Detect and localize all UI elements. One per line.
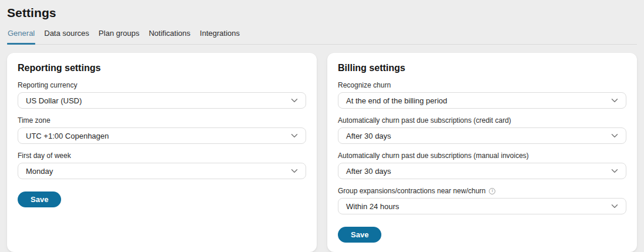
recognize-churn-field: Recognize churn At the end of the billin… <box>338 81 626 109</box>
chevron-down-icon <box>291 133 298 138</box>
churn-credit-card-field: Automatically churn past due subscriptio… <box>338 116 626 144</box>
settings-page: Settings General Data sources Plan group… <box>0 0 644 252</box>
churn-manual-invoices-label: Automatically churn past due subscriptio… <box>338 152 626 160</box>
tab-integrations[interactable]: Integrations <box>199 26 240 44</box>
billing-settings-title: Billing settings <box>338 63 626 73</box>
churn-credit-card-select[interactable]: After 30 days <box>338 127 626 144</box>
chevron-down-icon <box>611 169 618 173</box>
time-zone-select[interactable]: UTC +1:00 Copenhagen <box>18 127 306 144</box>
churn-manual-invoices-select[interactable]: After 30 days <box>338 163 626 179</box>
time-zone-label: Time zone <box>18 116 306 125</box>
first-day-of-week-value: Monday <box>26 167 53 176</box>
time-zone-value: UTC +1:00 Copenhagen <box>26 132 109 140</box>
chevron-down-icon <box>611 204 618 209</box>
recognize-churn-select[interactable]: At the end of the billing period <box>338 92 626 109</box>
reporting-settings-card: Reporting settings Reporting currency US… <box>7 53 317 252</box>
first-day-of-week-field: First day of week Monday <box>18 152 306 179</box>
churn-credit-card-value: After 30 days <box>346 132 391 140</box>
group-expansions-value: Within 24 hours <box>346 202 399 211</box>
reporting-currency-field: Reporting currency US Dollar (USD) <box>18 81 306 109</box>
time-zone-field: Time zone UTC +1:00 Copenhagen <box>18 116 306 144</box>
reporting-settings-title: Reporting settings <box>18 63 306 73</box>
tab-plan-groups[interactable]: Plan groups <box>98 26 140 44</box>
recognize-churn-value: At the end of the billing period <box>346 96 447 105</box>
group-expansions-label: Group expansions/contractions near new/c… <box>338 187 626 195</box>
chevron-down-icon <box>291 169 298 173</box>
tab-bar: General Data sources Plan groups Notific… <box>7 26 637 45</box>
first-day-of-week-select[interactable]: Monday <box>18 163 306 179</box>
reporting-currency-select[interactable]: US Dollar (USD) <box>18 92 306 109</box>
churn-credit-card-label: Automatically churn past due subscriptio… <box>338 116 626 125</box>
chevron-down-icon <box>291 98 298 103</box>
tab-notifications[interactable]: Notifications <box>148 26 191 44</box>
churn-manual-invoices-value: After 30 days <box>346 167 391 176</box>
chevron-down-icon <box>611 133 618 138</box>
churn-manual-invoices-field: Automatically churn past due subscriptio… <box>338 152 626 179</box>
reporting-save-button[interactable]: Save <box>18 191 61 207</box>
group-expansions-field: Group expansions/contractions near new/c… <box>338 187 626 214</box>
group-expansions-select[interactable]: Within 24 hours <box>338 198 626 214</box>
first-day-of-week-label: First day of week <box>18 152 306 160</box>
chevron-down-icon <box>611 98 618 103</box>
tab-general[interactable]: General <box>7 26 35 44</box>
reporting-currency-label: Reporting currency <box>18 81 306 89</box>
reporting-currency-value: US Dollar (USD) <box>26 96 82 105</box>
billing-settings-card: Billing settings Recognize churn At the … <box>327 53 637 252</box>
recognize-churn-label: Recognize churn <box>338 81 626 89</box>
billing-save-button[interactable]: Save <box>338 227 381 243</box>
group-expansions-label-text: Group expansions/contractions near new/c… <box>338 187 485 195</box>
settings-cards: Reporting settings Reporting currency US… <box>7 53 637 252</box>
info-icon[interactable]: i <box>489 188 495 194</box>
page-title: Settings <box>7 6 637 20</box>
tab-data-sources[interactable]: Data sources <box>43 26 90 44</box>
